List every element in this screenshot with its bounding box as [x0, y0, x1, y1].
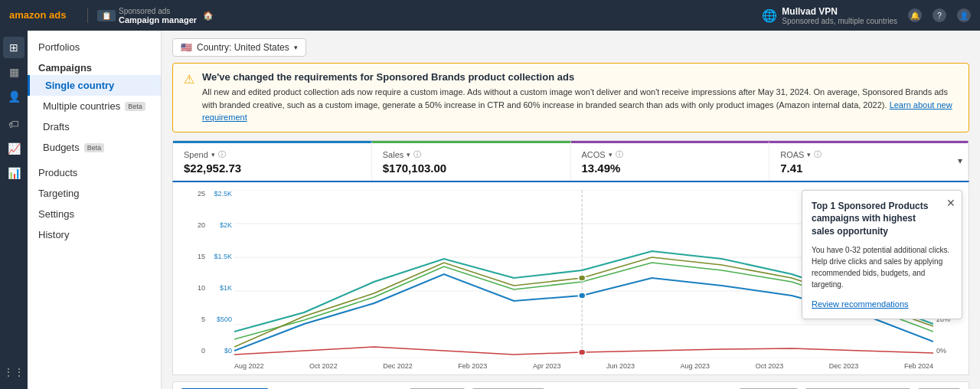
- help-icon[interactable]: ?: [933, 8, 946, 22]
- rail-home-icon[interactable]: ⊞: [3, 37, 24, 58]
- opportunity-popup: ✕ Top 1 Sponsored Products campaigns wit…: [802, 190, 962, 319]
- beta-badge: Beta: [125, 102, 145, 111]
- nav-right: 🌐 Mullvad VPN Sponsored ads, multiple co…: [762, 6, 971, 25]
- spend-info-icon[interactable]: ⓘ: [218, 149, 226, 160]
- sidebar-single-country[interactable]: Single country: [28, 75, 161, 96]
- content-area: 🇺🇸 Country: United States ▾ ⚠ We've chan…: [162, 31, 980, 389]
- vpn-block: 🌐 Mullvad VPN Sponsored ads, multiple co…: [762, 6, 897, 25]
- sidebar-targeting[interactable]: Targeting: [28, 183, 161, 204]
- nav-breadcrumb: 📋 Sponsored ads Campaign manager 🏠: [97, 7, 214, 25]
- sales-info-icon[interactable]: ⓘ: [413, 149, 421, 160]
- sidebar-multiple-countries[interactable]: Multiple countries Beta: [28, 96, 161, 116]
- bell-icon[interactable]: 🔔: [908, 8, 922, 22]
- sidebar-drafts[interactable]: Drafts: [28, 116, 161, 137]
- rail-bar-icon[interactable]: 📊: [3, 162, 24, 184]
- bottom-toolbar: Create campaign 🔍 Filter by ▾ Bulk actio…: [172, 381, 969, 390]
- rail-tag-icon[interactable]: 🏷: [3, 113, 24, 135]
- sidebar-products[interactable]: Products: [28, 162, 161, 183]
- acos-info-icon[interactable]: ⓘ: [616, 149, 623, 160]
- collapse-metrics-button[interactable]: ▾: [958, 155, 962, 166]
- rail-chart-icon[interactable]: 📈: [3, 138, 24, 159]
- main-layout: ⊞ ▦ 👤 🏷 📈 📊 ⋮⋮ Portfolios Campaigns Sing…: [0, 31, 980, 389]
- flag-icon: 🇺🇸: [181, 42, 192, 53]
- sidebar-campaigns[interactable]: Campaigns: [28, 57, 161, 75]
- spend-caret: ▾: [211, 151, 215, 159]
- alert-banner: ⚠ We've changed the requirements for Spo…: [172, 63, 969, 132]
- metric-acos[interactable]: ACOS ▾ ⓘ 13.49%: [571, 141, 770, 181]
- chart-y-left: 25 20 15 10 5 0: [179, 190, 208, 355]
- budgets-beta-badge: Beta: [84, 143, 105, 152]
- sales-caret: ▾: [407, 151, 410, 159]
- acos-caret: ▾: [609, 151, 612, 159]
- chevron-down-icon: ▾: [294, 44, 298, 51]
- logo: amazon ads: [9, 8, 78, 22]
- top-nav: amazon ads 📋 Sponsored ads Campaign mana…: [0, 0, 980, 31]
- metric-roas[interactable]: ROAS ▾ ⓘ 7.41: [769, 141, 969, 181]
- metric-spend[interactable]: Spend ▾ ⓘ $22,952.73: [173, 141, 372, 181]
- chart-wrap: 25 20 15 10 5 0 $2.5K $2K $1.5K $1K $500…: [179, 190, 962, 370]
- sidebar-settings[interactable]: Settings: [28, 204, 161, 224]
- sidebar-history[interactable]: History: [28, 224, 161, 245]
- user-icon[interactable]: 👤: [957, 8, 971, 22]
- sidebar: Portfolios Campaigns Single country Mult…: [28, 31, 162, 389]
- chart-container: 25 20 15 10 5 0 $2.5K $2K $1.5K $1K $500…: [172, 181, 969, 375]
- sidebar-budgets[interactable]: Budgets Beta: [28, 137, 161, 158]
- warning-icon: ⚠: [184, 72, 194, 124]
- icon-rail: ⊞ ▦ 👤 🏷 📈 📊 ⋮⋮: [0, 31, 28, 389]
- svg-text:ads: ads: [49, 9, 66, 21]
- chart-y-dollar: $2.5K $2K $1.5K $1K $500 $0: [208, 190, 234, 355]
- svg-text:amazon: amazon: [9, 9, 46, 21]
- metric-sales[interactable]: Sales ▾ ⓘ $170,103.00: [372, 141, 571, 181]
- nav-left: amazon ads 📋 Sponsored ads Campaign mana…: [9, 7, 214, 25]
- metrics-bar: Spend ▾ ⓘ $22,952.73 Sales ▾ ⓘ $170,103.…: [172, 140, 969, 181]
- svg-point-10: [578, 275, 585, 281]
- roas-info-icon[interactable]: ⓘ: [814, 149, 822, 160]
- sidebar-portfolios[interactable]: Portfolios: [28, 37, 161, 57]
- svg-point-9: [578, 293, 585, 299]
- popup-close-button[interactable]: ✕: [946, 197, 956, 209]
- popup-review-link[interactable]: Review recommendations: [812, 299, 909, 309]
- country-badge[interactable]: 🇺🇸 Country: United States ▾: [172, 38, 306, 57]
- alert-content: We've changed the requirements for Spons…: [202, 71, 958, 124]
- rail-person-icon[interactable]: 👤: [3, 86, 24, 107]
- rail-apps-icon[interactable]: ⋮⋮: [3, 361, 24, 383]
- svg-point-11: [578, 349, 585, 355]
- chart-x-labels: Aug 2022 Oct 2022 Dec 2022 Feb 2023 Apr …: [234, 361, 933, 370]
- rail-grid-icon[interactable]: ▦: [3, 61, 24, 83]
- roas-caret: ▾: [807, 151, 811, 159]
